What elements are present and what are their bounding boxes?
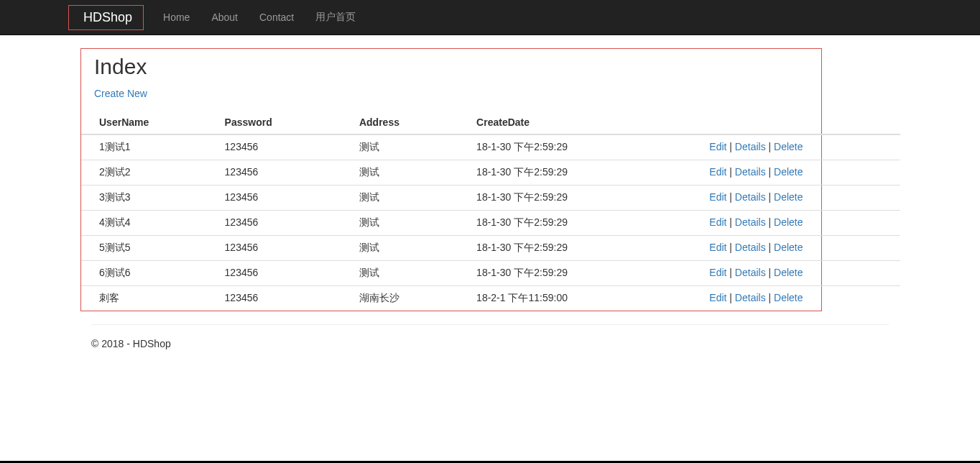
cell-createdate: 18-2-1 下午11:59:00 [471, 286, 703, 311]
edit-link[interactable]: Edit [709, 191, 726, 203]
edit-link[interactable]: Edit [709, 292, 726, 303]
table-row: 6测试6123456测试18-1-30 下午2:59:29Edit | Deta… [81, 261, 900, 286]
edit-link[interactable]: Edit [709, 141, 726, 152]
cell-username: 4测试4 [81, 211, 219, 236]
table-row: 5测试5123456测试18-1-30 下午2:59:29Edit | Deta… [81, 236, 900, 261]
edit-link[interactable]: Edit [709, 166, 726, 178]
cell-createdate: 18-1-30 下午2:59:29 [471, 134, 703, 160]
users-table: UserName Password Address CreateDate 1测试… [81, 111, 900, 311]
table-row: 4测试4123456测试18-1-30 下午2:59:29Edit | Deta… [81, 211, 900, 236]
separator: | [766, 216, 774, 228]
page-title: Index [94, 55, 821, 79]
footer-text: © 2018 - HDShop [91, 338, 889, 364]
delete-link[interactable]: Delete [774, 216, 803, 228]
cell-createdate: 18-1-30 下午2:59:29 [471, 211, 703, 236]
separator: | [726, 191, 734, 203]
separator: | [726, 216, 734, 228]
cell-actions: Edit | Details | Delete [703, 134, 900, 160]
header-actions [703, 111, 900, 134]
separator: | [766, 141, 774, 152]
cell-password: 123456 [219, 185, 353, 211]
nav-user-home[interactable]: 用户首页 [305, 0, 366, 35]
cell-actions: Edit | Details | Delete [703, 236, 900, 261]
cell-address: 测试 [353, 160, 471, 185]
delete-link[interactable]: Delete [774, 191, 803, 203]
delete-link[interactable]: Delete [774, 242, 803, 253]
details-link[interactable]: Details [735, 292, 766, 303]
header-username: UserName [81, 111, 219, 134]
navbar: HDShop Home About Contact 用户首页 [0, 0, 980, 35]
cell-username: 3测试3 [81, 185, 219, 211]
cell-address: 测试 [353, 134, 471, 160]
separator: | [766, 292, 774, 303]
cell-password: 123456 [219, 211, 353, 236]
details-link[interactable]: Details [735, 191, 766, 203]
table-row: 刺客123456湖南长沙18-2-1 下午11:59:00Edit | Deta… [81, 286, 900, 311]
edit-link[interactable]: Edit [709, 267, 726, 278]
header-address: Address [353, 111, 471, 134]
cell-username: 6测试6 [81, 261, 219, 286]
cell-username: 5测试5 [81, 236, 219, 261]
cell-createdate: 18-1-30 下午2:59:29 [471, 185, 703, 211]
cell-address: 测试 [353, 211, 471, 236]
cell-username: 刺客 [81, 286, 219, 311]
nav-home[interactable]: Home [152, 1, 200, 34]
details-link[interactable]: Details [735, 166, 766, 178]
cell-actions: Edit | Details | Delete [703, 211, 900, 236]
brand-link[interactable]: HDShop [68, 5, 144, 30]
separator: | [766, 267, 774, 278]
nav-contact[interactable]: Contact [249, 1, 305, 34]
cell-password: 123456 [219, 160, 353, 185]
create-new-link[interactable]: Create New [94, 88, 147, 99]
header-password: Password [219, 111, 353, 134]
cell-password: 123456 [219, 236, 353, 261]
cell-address: 湖南长沙 [353, 286, 471, 311]
cell-address: 测试 [353, 185, 471, 211]
content-highlight-box: Index Create New UserName Password Addre… [80, 48, 822, 311]
delete-link[interactable]: Delete [774, 267, 803, 278]
cell-createdate: 18-1-30 下午2:59:29 [471, 261, 703, 286]
cell-createdate: 18-1-30 下午2:59:29 [471, 160, 703, 185]
cell-address: 测试 [353, 261, 471, 286]
table-row: 3测试3123456测试18-1-30 下午2:59:29Edit | Deta… [81, 185, 900, 211]
cell-createdate: 18-1-30 下午2:59:29 [471, 236, 703, 261]
cell-actions: Edit | Details | Delete [703, 286, 900, 311]
table-row: 1测试1123456测试18-1-30 下午2:59:29Edit | Deta… [81, 134, 900, 160]
separator: | [726, 242, 734, 253]
nav-about[interactable]: About [200, 1, 249, 34]
delete-link[interactable]: Delete [774, 166, 803, 178]
cell-password: 123456 [219, 286, 353, 311]
delete-link[interactable]: Delete [774, 141, 803, 152]
cell-username: 2测试2 [81, 160, 219, 185]
edit-link[interactable]: Edit [709, 216, 726, 228]
separator: | [766, 242, 774, 253]
separator: | [726, 141, 734, 152]
delete-link[interactable]: Delete [774, 292, 803, 303]
cell-actions: Edit | Details | Delete [703, 261, 900, 286]
cell-address: 测试 [353, 236, 471, 261]
separator: | [726, 267, 734, 278]
header-createdate: CreateDate [471, 111, 703, 134]
details-link[interactable]: Details [735, 216, 766, 228]
details-link[interactable]: Details [735, 267, 766, 278]
cell-actions: Edit | Details | Delete [703, 185, 900, 211]
footer-divider [91, 324, 889, 325]
cell-username: 1测试1 [81, 134, 219, 160]
cell-password: 123456 [219, 261, 353, 286]
details-link[interactable]: Details [735, 141, 766, 152]
separator: | [726, 166, 734, 178]
separator: | [726, 292, 734, 303]
table-row: 2测试2123456测试18-1-30 下午2:59:29Edit | Deta… [81, 160, 900, 185]
separator: | [766, 166, 774, 178]
separator: | [766, 191, 774, 203]
details-link[interactable]: Details [735, 242, 766, 253]
edit-link[interactable]: Edit [709, 242, 726, 253]
cell-password: 123456 [219, 134, 353, 160]
cell-actions: Edit | Details | Delete [703, 160, 900, 185]
